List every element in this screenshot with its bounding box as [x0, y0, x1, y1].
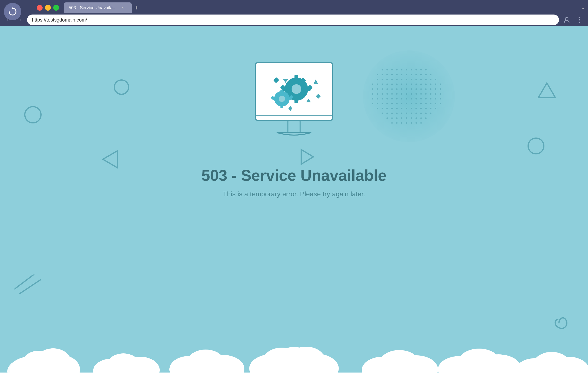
deco-triangle-right-icon [300, 148, 315, 165]
svg-point-135 [411, 113, 412, 114]
traffic-light-red[interactable] [37, 5, 42, 11]
active-tab[interactable]: 503 - Service Unavailable × [64, 2, 132, 13]
svg-rect-163 [288, 121, 300, 133]
svg-point-146 [416, 117, 417, 119]
svg-point-79 [411, 93, 412, 95]
svg-marker-156 [538, 83, 555, 98]
svg-point-83 [430, 93, 431, 95]
error-description: This is a temporary error. Please try ag… [185, 190, 403, 198]
svg-point-126 [425, 108, 427, 109]
url-text: https://testsgdomain.com/ [32, 17, 87, 23]
svg-point-2 [579, 19, 580, 21]
svg-point-119 [391, 108, 393, 109]
profile-button[interactable] [562, 15, 571, 25]
svg-point-65 [416, 88, 417, 90]
svg-point-25 [420, 74, 422, 75]
svg-point-137 [420, 113, 422, 114]
svg-point-64 [411, 88, 412, 90]
svg-point-18 [386, 74, 388, 75]
svg-point-151 [401, 122, 402, 124]
new-tab-button[interactable]: + [135, 4, 138, 12]
svg-point-52 [425, 84, 427, 85]
svg-point-131 [391, 113, 393, 114]
svg-point-113 [430, 103, 431, 104]
svg-point-29 [382, 79, 383, 80]
svg-point-3 [579, 22, 580, 23]
svg-point-152 [406, 122, 407, 124]
svg-point-148 [425, 117, 427, 119]
svg-point-149 [391, 122, 393, 124]
svg-point-130 [386, 113, 388, 114]
svg-point-128 [435, 108, 436, 109]
deco-circle-small [114, 79, 129, 95]
deco-lines-icon [15, 275, 41, 294]
svg-point-75 [391, 93, 393, 95]
svg-marker-158 [301, 149, 313, 164]
svg-point-36 [416, 79, 417, 80]
svg-point-47 [401, 84, 402, 85]
monitor-illustration [251, 60, 337, 142]
svg-point-86 [372, 98, 373, 100]
svg-point-43 [382, 84, 383, 85]
svg-point-9 [396, 69, 398, 70]
svg-point-53 [430, 84, 431, 85]
address-bar-row: ← → https://testsgdomain.com/ [0, 14, 588, 26]
address-input-wrap[interactable]: https://testsgdomain.com/ [27, 15, 559, 25]
clouds-container [0, 328, 588, 381]
svg-rect-178 [280, 105, 283, 108]
svg-point-133 [401, 113, 402, 114]
svg-point-108 [406, 103, 407, 104]
svg-point-39 [430, 79, 431, 80]
tab-bar: 503 - Service Unavailable × + ⌄ [0, 0, 588, 14]
svg-point-24 [416, 74, 417, 75]
svg-point-63 [406, 88, 407, 90]
traffic-light-yellow[interactable] [45, 5, 51, 11]
svg-point-70 [440, 88, 441, 90]
svg-point-50 [416, 84, 417, 85]
svg-point-77 [401, 93, 402, 95]
svg-point-82 [425, 93, 427, 95]
svg-point-145 [411, 117, 412, 119]
svg-point-109 [411, 103, 412, 104]
svg-point-114 [435, 103, 436, 104]
svg-rect-177 [280, 89, 283, 92]
svg-rect-168 [294, 99, 298, 103]
svg-point-206 [287, 347, 325, 376]
svg-point-103 [382, 103, 383, 104]
svg-point-49 [411, 84, 412, 85]
svg-point-19 [391, 74, 393, 75]
svg-point-92 [401, 98, 402, 100]
svg-point-22 [406, 74, 407, 75]
svg-point-7 [386, 69, 388, 70]
svg-point-30 [386, 79, 388, 80]
svg-point-32 [396, 79, 398, 80]
deco-circle-large [24, 106, 42, 124]
svg-point-51 [420, 84, 422, 85]
traffic-light-green[interactable] [53, 5, 59, 11]
svg-point-59 [386, 88, 388, 90]
svg-point-155 [420, 122, 422, 124]
svg-point-11 [406, 69, 407, 70]
svg-point-97 [425, 98, 427, 100]
svg-point-74 [386, 93, 388, 95]
svg-point-147 [420, 117, 422, 119]
svg-point-57 [377, 88, 378, 90]
menu-button[interactable] [574, 15, 584, 25]
reload-spinner[interactable] [4, 3, 21, 20]
svg-point-72 [377, 93, 378, 95]
svg-point-66 [420, 88, 422, 90]
svg-point-95 [416, 98, 417, 100]
svg-point-34 [406, 79, 407, 80]
svg-point-143 [401, 117, 402, 119]
traffic-lights [37, 5, 59, 11]
tab-title: 503 - Service Unavailable [69, 5, 117, 10]
svg-point-117 [382, 108, 383, 109]
tab-close-icon[interactable]: × [122, 6, 124, 10]
svg-point-106 [396, 103, 398, 104]
svg-point-62 [401, 88, 402, 90]
svg-point-87 [377, 98, 378, 100]
svg-point-21 [401, 74, 402, 75]
error-section: 503 - Service Unavailable This is a temp… [185, 167, 403, 198]
tab-overflow-button[interactable]: ⌄ [581, 5, 585, 11]
svg-point-16 [377, 74, 378, 75]
